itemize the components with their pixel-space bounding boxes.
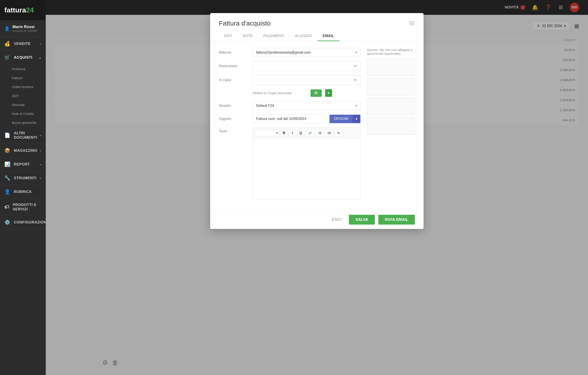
sidebar-item-rubrica[interactable]: 👤 RUBRICA [0,185,46,199]
sidebar-item-magazzino[interactable]: 📦 MAGAZZINO › [0,144,46,158]
sidebar-item-ordini-fornitore[interactable]: Ordini fornitore [0,82,46,91]
allegati-panel: Spunta i file che vuoi allegare a quest'… [367,48,415,204]
sidebar-item-note-credito[interactable]: Note di Credito [0,109,46,118]
esci-button[interactable]: ESCI [328,215,345,224]
sidebar-item-strumenti[interactable]: 🔧 STRUMENTI › [0,171,46,185]
destinatario-label: Destinatario [219,64,249,68]
sidebar-item-label: VENDITE [14,42,31,46]
sidebar-item-ricevute[interactable]: Ricevute [0,100,46,109]
testo-editor-wrapper: Normal Heading 1 Heading 2 Heading 3 B I… [253,128,360,199]
sidebar-item-label: RUBRICA [14,190,32,194]
allegati-box-1 [367,58,415,76]
svg-rect-2 [409,24,414,25]
destinatario-row: Destinatario ✏ [219,61,360,71]
opzioni-arrow-button[interactable]: ▾ [353,115,360,123]
tab-email[interactable]: EMAIL [317,31,339,41]
clear-format-button[interactable]: Tx [335,130,343,136]
tab-pagamenti[interactable]: PAGAMENTI [258,31,290,41]
in-copia-row: In copia ✏ [219,75,360,85]
allegati-box-3 [367,98,415,115]
user-icon: 👤 [4,26,10,31]
bold-button[interactable]: B [280,130,288,136]
mittente-select[interactable]: fattura24professionista@gmail.com ▾ [253,48,360,57]
magazzino-icon: 📦 [4,148,10,154]
chevron-right-icon: › [40,176,41,180]
modal-overlay: Fattura d'acquisto DATI NOTE PAGAMENTI A… [46,0,588,375]
bcc-label: Mettimi in 'Copia Nascosta' [253,91,307,95]
allegati-hint: Spunta i file che vuoi allegare a quest'… [367,48,415,55]
sidebar-item-report[interactable]: 📊 REPORT › [0,158,46,171]
vendite-icon: 💰 [4,41,10,47]
in-copia-label: In copia [219,78,249,82]
svg-rect-7 [318,133,319,133]
ordered-list-button[interactable] [315,130,324,136]
configurazione-icon: ⚙️ [4,220,10,225]
allegati-box-4 [367,117,415,135]
close-icon[interactable] [409,21,415,28]
svg-rect-11 [329,134,331,134]
chevron-down-icon: ▾ [356,50,357,55]
strumenti-icon: 🔧 [4,175,10,181]
modal-footer: ESCI SALVA INVIA EMAIL [210,210,424,229]
testo-editor[interactable] [253,138,360,199]
testo-row: Testo Normal Heading 1 Heading 2 Heading… [219,128,360,199]
oggetto-row: Oggetto OPZIONI ▾ [219,114,360,123]
sidebar-item-prodotti[interactable]: 🏷 PRODOTTI E SERVIZI [0,199,46,216]
svg-rect-8 [318,134,319,134]
opzioni-button[interactable]: OPZIONI [329,115,353,123]
svg-point-12 [328,132,328,132]
user-name: Mario Rossi [12,25,37,29]
salva-button[interactable]: SALVA [349,215,375,225]
chevron-down-icon: ⌄ [39,56,42,59]
mittente-row: Mittente fattura24professionista@gmail.c… [219,48,360,57]
tab-note[interactable]: NOTE [237,31,258,41]
user-info: 👤 Mario Rossi Account ID: 000000 [0,20,46,37]
sidebar-item-acquisti[interactable]: 🛒 ACQUISTI ⌄ [0,51,46,65]
sidebar-item-altri-documenti[interactable]: 📄 ALTRI DOCUMENTI › [0,127,46,144]
tab-allegati[interactable]: ALLEGATI [290,31,317,41]
chevron-right-icon: › [40,149,41,152]
sidebar-item-configurazione[interactable]: ⚙️ CONFIGURAZIONE › [0,216,46,229]
sidebar-item-label: MAGAZZINO [14,148,37,153]
edit-icon[interactable]: ✏ [354,78,357,82]
sidebar-item-proforma[interactable]: Proforma [0,65,46,74]
main-area: NOVITÀ 1 🔔 ❓ 🖥 MR 4 - 31 DIC 2024 ▾ ▦ [46,0,588,375]
sidebar-item-label: ACQUISTI [14,55,32,60]
form-section: Mittente fattura24professionista@gmail.c… [219,48,360,204]
link-button[interactable]: 🔗 [306,130,314,136]
altri-documenti-icon: 📄 [4,132,10,138]
svg-rect-6 [318,132,319,132]
bcc-toggle-arrow-button[interactable]: ▾ [325,89,332,97]
destinatario-input-wrapper: ✏ [253,61,360,71]
sidebar-item-label: PRODOTTI E SERVIZI [13,203,42,211]
sidebar: fattura24 👤 Mario Rossi Account ID: 0000… [0,0,46,375]
svg-rect-5 [319,134,321,134]
sidebar-item-vendite[interactable]: 💰 VENDITE › [0,37,46,51]
rubrica-icon: 👤 [4,189,10,195]
logo-container: fattura24 [0,0,46,20]
in-copia-input[interactable] [256,78,354,82]
mittente-label: Mittente [219,51,249,55]
user-account-id: Account ID: 000000 [12,29,37,33]
chevron-down-icon: ▾ [356,104,357,108]
underline-button[interactable]: U [297,130,305,136]
sidebar-item-ddt[interactable]: DDT [0,91,46,100]
unordered-list-button[interactable] [325,130,333,136]
opzioni-btn-group: OPZIONI ▾ [329,115,360,123]
invia-email-button[interactable]: INVIA EMAIL [378,215,415,225]
italic-button[interactable]: I [289,130,296,136]
modal-body: Mittente fattura24professionista@gmail.c… [210,41,424,210]
sidebar-item-fatture[interactable]: Fatture [0,74,46,82]
destinatario-input[interactable] [256,64,354,68]
bcc-toggle-button[interactable]: Sì [311,89,322,97]
mittente-value: fattura24professionista@gmail.com [256,51,311,55]
edit-icon[interactable]: ✏ [354,64,357,68]
tab-dati[interactable]: DATI [219,31,237,41]
svg-rect-1 [409,23,414,23]
format-select[interactable]: Normal Heading 1 Heading 2 Heading 3 [256,130,279,136]
sidebar-item-bozze-generiche[interactable]: Bozze generiche [0,118,46,127]
oggetto-input[interactable] [253,114,326,123]
modello-select[interactable]: Default F24 ▾ [253,101,360,110]
acquisti-icon: 🛒 [4,55,10,60]
allegati-boxes [367,58,415,135]
